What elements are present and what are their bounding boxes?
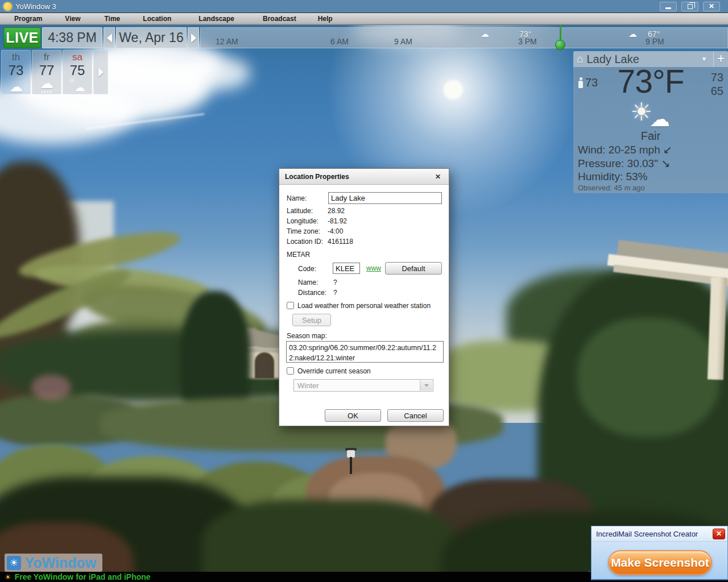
close-icon: ✕ (709, 3, 714, 10)
humidity-label: Humidity: (578, 171, 623, 182)
menu-program[interactable]: Program (9, 13, 48, 24)
prev-day-button[interactable] (104, 27, 115, 48)
name-input[interactable] (328, 192, 442, 204)
day-label: sa (63, 52, 92, 63)
menu-help[interactable]: Help (312, 13, 338, 24)
incredimail-popup: IncrediMail Screenshot Creator ✕ Make Sc… (591, 526, 728, 580)
location-id-label: Location ID: (287, 238, 323, 246)
location-properties-dialog: Location Properties ✕ Name: Latitude: 28… (279, 168, 449, 426)
window-controls: ✕ (660, 2, 725, 11)
chevron-left-icon (107, 34, 112, 43)
chevron-right-icon (98, 68, 104, 77)
longitude-label: Longitude: (287, 217, 318, 225)
popup-title-text: IncrediMail Screenshot Creator (596, 530, 698, 538)
popup-titlebar: IncrediMail Screenshot Creator ✕ (592, 526, 727, 542)
observed-row: Observed: 45 m ago (578, 184, 645, 192)
humidity-value: 53% (626, 171, 647, 182)
restore-button[interactable] (681, 2, 698, 11)
ok-button[interactable]: OK (325, 409, 381, 422)
wind-direction-arrow-icon: ↙ (663, 144, 672, 156)
timeline-tick: 6 AM (330, 37, 349, 46)
weather-panel: ⌂ Lady Lake ▼ + 73 73°F 73 65 ☀ ☁ Fair W… (573, 51, 728, 193)
menu-landscape[interactable]: Landscape (193, 13, 240, 24)
yowindow-logo-icon: ☀ (7, 556, 21, 570)
setup-button[interactable]: Setup (292, 314, 331, 326)
next-day-button[interactable] (188, 27, 199, 48)
forecast-day-thursday[interactable]: th 73 ☁ (1, 50, 31, 94)
cloud-icon: ☁ (628, 29, 637, 39)
season-map-label: Season map: (287, 332, 327, 340)
distance-value: ? (333, 289, 337, 297)
metar-code-input[interactable] (333, 263, 360, 274)
dialog-close-icon[interactable]: ✕ (433, 172, 443, 182)
slider-knob[interactable] (555, 40, 565, 50)
cancel-button[interactable]: Cancel (387, 409, 444, 422)
clock-display: 4:38 PM (42, 27, 102, 48)
dropdown-arrow-icon[interactable] (420, 380, 432, 390)
wind-value: 20-25 mph (609, 144, 660, 156)
day-label: fr (32, 52, 61, 63)
latitude-label: Latitude: (287, 207, 313, 215)
popup-close-button[interactable]: ✕ (713, 529, 725, 539)
timeline-tick: 12 AM (216, 37, 238, 46)
location-id-value: 4161118 (328, 238, 353, 246)
timezone-value: -4:00 (328, 227, 343, 235)
override-season-checkbox[interactable] (287, 367, 294, 375)
latitude-value: 28.92 (328, 207, 345, 215)
bush (577, 318, 719, 437)
live-button[interactable]: LIVE (3, 27, 41, 48)
condition-text: Fair (573, 130, 728, 143)
season-select[interactable]: Winter (293, 379, 433, 392)
menu-time[interactable]: Time (99, 13, 126, 24)
forecast-day-friday[interactable]: fr 77 ☁ (32, 50, 61, 94)
pressure-value: 30.03" (627, 157, 658, 169)
cloud-icon: ☁ (650, 107, 670, 131)
sun (444, 80, 463, 99)
day-temp: 73 (2, 63, 30, 77)
sun-icon: ☀ (5, 573, 11, 581)
menu-broadcast[interactable]: Broadcast (257, 13, 302, 24)
current-temperature: 73°F (573, 63, 728, 100)
chevron-down-icon[interactable]: ▼ (701, 55, 713, 63)
timeline-temp: 73° (519, 30, 531, 39)
default-button[interactable]: Default (385, 262, 442, 275)
time-slider-handle[interactable] (557, 25, 563, 50)
minimize-button[interactable] (660, 2, 677, 11)
promo-link[interactable]: Free YoWindow for iPad and iPhone (15, 572, 151, 581)
override-season-label: Override current season (297, 367, 371, 375)
longitude-value: -81.92 (328, 217, 347, 225)
forecast-day-saturday[interactable]: sa 75 ☀ ☁ (63, 50, 92, 94)
pws-checkbox[interactable] (287, 302, 294, 309)
yowindow-app-window: YoWindow 3 ✕ Program View Time Location … (0, 0, 728, 582)
rain-icon: ☁ (32, 77, 61, 90)
pressure-label: Pressure: (578, 157, 624, 169)
wind-row: Wind: 20-25 mph ↙ (578, 143, 672, 156)
dialog-title: Location Properties (285, 173, 349, 181)
pressure-trend-arrow-icon: ↘ (661, 157, 670, 169)
cloud-icon: ☁ (75, 81, 85, 94)
high-low: 73 65 (711, 70, 723, 98)
yowindow-logo-text: YoWindow (25, 555, 97, 571)
metar-name-value: ? (333, 278, 337, 286)
season-map-input[interactable]: 03.20:spring/06.20:summer/09.22:autumn/1… (286, 341, 444, 363)
low-temp: 65 (711, 84, 723, 98)
flowers (31, 375, 71, 400)
restore-icon (688, 4, 693, 9)
menu-location[interactable]: Location (137, 13, 177, 24)
menu-view[interactable]: View (59, 13, 86, 24)
close-button[interactable]: ✕ (703, 2, 720, 11)
forecast-more-button[interactable] (93, 50, 108, 94)
season-select-value: Winter (297, 381, 319, 390)
chevron-right-icon (191, 34, 196, 43)
humidity-row: Humidity: 53% (578, 171, 648, 183)
menu-bar: Program View Time Location Landscape Bro… (0, 13, 728, 25)
www-link[interactable]: www (366, 264, 381, 272)
cloud-icon: ☁ (481, 29, 489, 39)
make-screenshot-button[interactable]: Make Screenshot (608, 550, 712, 575)
date-display[interactable]: We, Apr 16 (116, 27, 187, 48)
dialog-titlebar[interactable]: Location Properties ✕ (279, 169, 449, 185)
wind-label: Wind: (578, 144, 606, 156)
foreground-bush (202, 500, 458, 582)
time-toolbar: LIVE 4:38 PM We, Apr 16 12 AM 6 AM 9 AM … (0, 25, 728, 50)
time-slider-track[interactable]: 12 AM 6 AM 9 AM 3 PM 9 PM ☁ 73° ☁ 67° (200, 27, 728, 48)
